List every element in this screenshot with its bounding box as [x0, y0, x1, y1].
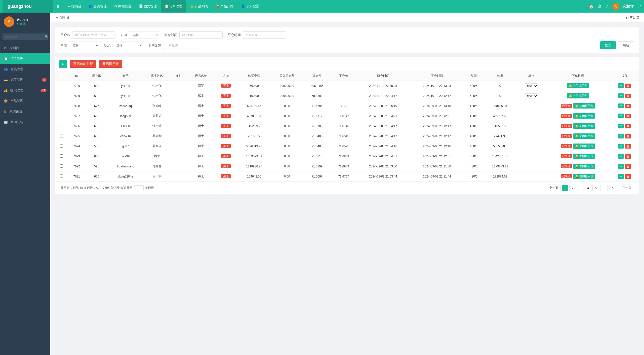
close-alert-button[interactable]: 🔔 关闭提示音 [573, 123, 595, 129]
row-id: 7692 [68, 161, 86, 171]
delete-icon[interactable]: 🗑 [597, 4, 601, 9]
delete-button[interactable]: 🗑 [625, 174, 631, 179]
edit-button[interactable]: ✏ [618, 103, 624, 108]
open-alert-button[interactable]: 开启提示音 [99, 60, 122, 68]
row-single[interactable]: 默认 [517, 91, 546, 101]
row-checkbox[interactable] [55, 151, 68, 161]
row-single[interactable]: 默认 [517, 81, 546, 91]
nav-categories[interactable]: 📦 产品分类 [212, 0, 237, 13]
delete-button[interactable]: 🗑 [625, 154, 631, 159]
edit-button[interactable]: ✏ [618, 93, 624, 98]
page-1-button[interactable]: 1 [562, 185, 569, 191]
row-checkbox[interactable] [55, 171, 68, 182]
nav-menu-toggle[interactable]: ☰ [53, 0, 63, 13]
pagination-text: 显示第 1 到第 10 条记录，总共 7695 条记录 每页显示 [60, 186, 132, 190]
sidebar-item-recharge[interactable]: 💳 充值管理 0 [0, 75, 50, 85]
close-alert-button[interactable]: 🔔 关闭提示音 [567, 83, 589, 88]
edit-button[interactable]: ✏ [618, 174, 624, 179]
per-page-input[interactable] [134, 185, 144, 191]
sidebar-item-news[interactable]: 📰 新闻公告 [0, 117, 50, 127]
submit-button[interactable]: 提交 [600, 41, 616, 49]
expand-icon[interactable]: ⤢ [605, 4, 609, 9]
row-checkbox[interactable] [55, 141, 68, 151]
close-alert-button[interactable]: 🔔 关闭提示音 [573, 164, 595, 169]
order-reminder-input[interactable] [163, 42, 206, 49]
delete-button[interactable]: 🗑 [625, 164, 631, 169]
nav-members[interactable]: 👥 会员管理 [85, 0, 111, 13]
user-id-input[interactable] [72, 31, 115, 39]
select-all-checkbox[interactable] [60, 74, 63, 77]
sidebar-item-withdraw[interactable]: 💰 提现管理 45 [0, 85, 50, 96]
page-5-button[interactable]: 5 [592, 185, 599, 191]
row-checkbox[interactable] [55, 161, 68, 171]
delete-button[interactable]: 🗑 [625, 84, 631, 88]
edit-button[interactable]: ✏ [618, 134, 624, 138]
page-770-button[interactable]: 770 [609, 185, 619, 191]
row-checkbox[interactable] [55, 121, 68, 131]
single-select-row[interactable]: 默认 [525, 83, 538, 88]
edit-button[interactable]: ✏ [618, 154, 624, 159]
row-checkbox[interactable] [55, 111, 68, 121]
sidebar-item-product-mgmt[interactable]: 📦 产品管理 › [0, 96, 50, 106]
close-alert-button[interactable]: 🔔 关闭提示音 [573, 103, 595, 109]
row-real-name: 张海峰 [143, 101, 171, 111]
delete-button[interactable]: 🗑 [625, 94, 631, 98]
share-icon[interactable]: ⇄ [638, 4, 641, 9]
edit-button[interactable]: ✏ [618, 124, 624, 128]
filter-row-2: 单控 选择 状态 选择 下单提醒 [60, 41, 634, 49]
row-result: 1542481.38 [484, 151, 517, 161]
row-checkbox[interactable] [55, 81, 68, 91]
close-alert-button[interactable]: 🔔 关闭提示音 [573, 174, 595, 179]
nav-dashboard[interactable]: 🖥 控制台 [63, 0, 85, 13]
row-checkbox[interactable] [55, 131, 68, 141]
direction-select[interactable]: 选择 买涨 买跌 [129, 31, 159, 39]
nav-site-config[interactable]: ⚙ 网站配置 [110, 0, 135, 13]
close-alert-button[interactable]: 🔔 关闭提示音 [567, 93, 589, 98]
delete-button[interactable]: 🗑 [625, 134, 631, 138]
single-select[interactable]: 选择 [69, 42, 99, 49]
next-page-button[interactable]: 下一页 [620, 185, 634, 191]
edit-button[interactable]: ✏ [618, 114, 624, 118]
close-alert-button[interactable]: 🔔 关闭提示音 [573, 144, 595, 149]
page-4-button[interactable]: 4 [585, 185, 592, 191]
home-icon[interactable]: 🏠 [589, 4, 594, 9]
sidebar-item-orders[interactable]: 📋 订单管理 [0, 53, 50, 64]
prev-page-button[interactable]: 上一页 [547, 185, 561, 191]
auto-refresh-button[interactable]: 开启自动刷新 [70, 60, 96, 68]
refresh-icon-button[interactable]: ↻ [59, 60, 67, 68]
status-select[interactable]: 选择 [113, 42, 143, 49]
delete-button[interactable]: 🗑 [625, 144, 631, 149]
sidebar-item-dashboard[interactable]: ⚙ 控制台 [0, 43, 50, 53]
sidebar-label-settings: 系统设置 [9, 109, 22, 114]
edit-button[interactable]: ✏ [618, 144, 624, 149]
filter-refresh-button[interactable]: 刷新 [618, 41, 634, 49]
row-checkbox[interactable] [55, 101, 68, 111]
row-build-price: 71.6697 [303, 171, 331, 182]
delete-button[interactable]: 🗑 [625, 104, 631, 108]
row-id: 7698 [68, 101, 86, 111]
build-time-input[interactable] [179, 31, 223, 39]
close-time-input[interactable] [243, 31, 286, 39]
nav-orders[interactable]: 📋 订单管理 [161, 0, 186, 13]
sidebar-search[interactable]: 🔍 [3, 33, 48, 40]
nav-content[interactable]: 📄 图文管理 [135, 0, 161, 13]
search-input[interactable] [5, 35, 43, 39]
row-close-price: 71.6969 [331, 161, 356, 171]
nav-personal[interactable]: 👤 个人配置 [237, 0, 263, 13]
edit-button[interactable]: ✏ [618, 83, 624, 88]
row-account: jj007 [108, 141, 143, 151]
close-alert-button[interactable]: 🔔 关闭提示音 [573, 133, 595, 139]
sidebar-item-members[interactable]: 👥 会员管理 [0, 64, 50, 75]
page-3-button[interactable]: 3 [577, 185, 584, 191]
single-select-row[interactable]: 默认 [525, 93, 538, 98]
nav-products[interactable]: 🔒 产品列表 [186, 0, 212, 13]
close-alert-button[interactable]: 🔔 关闭提示音 [573, 154, 595, 159]
delete-button[interactable]: 🗑 [625, 114, 631, 118]
delete-button[interactable]: 🗑 [625, 124, 631, 128]
row-checkbox[interactable] [55, 91, 68, 101]
close-alert-button[interactable]: 🔔 关闭提示音 [573, 113, 595, 119]
page-2-button[interactable]: 2 [569, 185, 576, 191]
edit-button[interactable]: ✏ [618, 164, 624, 169]
sidebar-label-orders: 订单管理 [10, 56, 23, 61]
sidebar-item-settings[interactable]: ⚙ 系统设置 › [0, 106, 50, 117]
